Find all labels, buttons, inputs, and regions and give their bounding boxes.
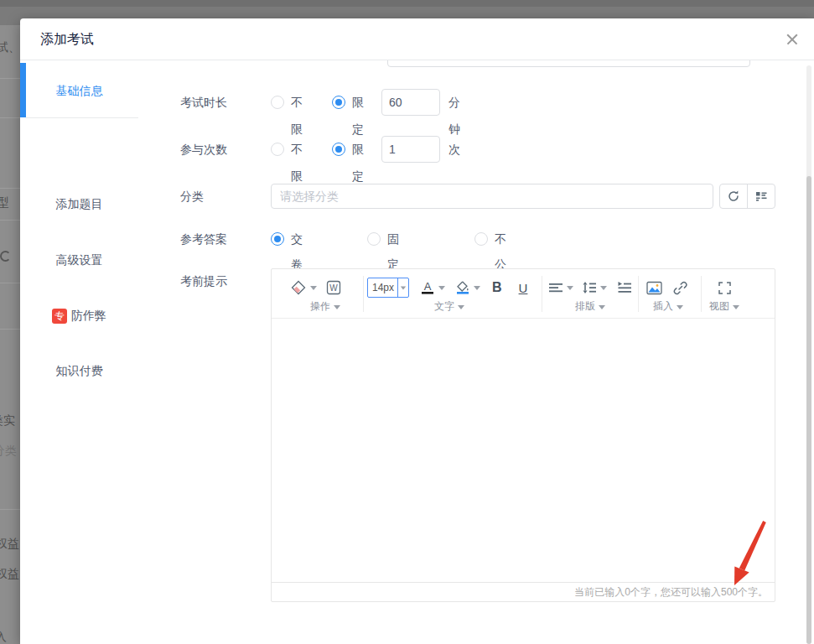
backdrop-text-fragment: 权益 [0, 537, 19, 552]
group-label: 文字 [434, 300, 454, 312]
attempts-value-input[interactable] [381, 136, 440, 163]
caret-down-icon [438, 286, 445, 290]
link-icon[interactable] [673, 281, 687, 295]
sidebar-item-label: 防作弊 [71, 309, 106, 324]
category-list-icon[interactable] [747, 184, 775, 208]
category-select-input[interactable] [271, 184, 713, 209]
toolbar-group-operations: W 操作 [290, 269, 360, 319]
dialog-header: 添加考试 [20, 18, 814, 60]
sidebar-item-label: 基础信息 [56, 84, 103, 99]
sidebar-item-basic-info[interactable]: 基础信息 [20, 65, 138, 117]
font-size-value: 14px [368, 282, 397, 293]
dialog-scrollbar-thumb[interactable] [806, 176, 811, 644]
backdrop-top-band [0, 0, 814, 7]
toolbar-divider [363, 276, 364, 312]
backdrop-text-fragment: 权益 [0, 567, 19, 582]
group-label: 排版 [575, 300, 595, 312]
toolbar-divider [701, 276, 702, 312]
sidebar-item-anti-cheating[interactable]: 专 防作弊 [20, 288, 138, 344]
indent-icon[interactable] [617, 281, 632, 294]
caret-down-icon [600, 286, 607, 290]
close-icon[interactable] [784, 31, 801, 48]
toolbar-group-layout: 排版 [548, 269, 632, 319]
operations-dropdown[interactable]: 操作 [290, 299, 360, 314]
text-dropdown[interactable]: 文字 [367, 299, 531, 314]
word-count-status: 当前已输入0个字，您还可以输入500个字。 [272, 582, 775, 601]
layout-dropdown[interactable]: 排版 [548, 299, 632, 314]
form-content: 考试时长 不限 限定 分钟 参与次数 不限 限定 次 分类 [138, 60, 814, 644]
answer-fixed-time-radio[interactable] [367, 232, 381, 246]
steps-sidebar: 基础信息 添加题目 高级设置 专 防作弊 知识付费 [20, 60, 138, 644]
caret-down-icon [733, 305, 739, 309]
toolbar-group-insert: 插入 [646, 269, 690, 319]
caret-down-icon [474, 286, 480, 290]
font-color-icon[interactable]: A [420, 279, 445, 296]
fullscreen-icon[interactable] [718, 281, 732, 295]
font-size-select[interactable]: 14px [367, 278, 409, 298]
backdrop-line [0, 117, 20, 118]
notice-rich-editor: W 操作 14px [271, 268, 775, 602]
bold-icon[interactable]: B [492, 280, 502, 295]
toolbar-divider [638, 276, 639, 312]
notice-label: 考前提示 [180, 268, 271, 293]
underline-icon[interactable]: U [519, 281, 528, 295]
attempts-limited-radio[interactable] [332, 143, 345, 156]
scrolled-input-remnant[interactable] [387, 60, 750, 67]
font-size-caret[interactable] [397, 278, 408, 297]
group-label: 插入 [653, 300, 673, 312]
duration-value-input[interactable] [381, 89, 440, 116]
word-doc-icon[interactable]: W [325, 279, 342, 296]
caret-down-icon [677, 305, 683, 309]
svg-text:W: W [329, 283, 338, 293]
duration-limited-radio[interactable] [332, 96, 345, 109]
duration-unlimited-radio[interactable] [271, 96, 284, 109]
caret-down-icon [310, 286, 317, 290]
backdrop-line [0, 78, 20, 79]
align-icon[interactable] [548, 281, 573, 294]
attempts-label: 参与次数 [180, 136, 271, 163]
backdrop-line [0, 188, 20, 189]
answer-not-public-radio[interactable] [474, 232, 488, 246]
sidebar-item-add-questions[interactable]: 添加题目 [20, 177, 138, 232]
answer-label: 参考答案 [180, 226, 271, 252]
premium-badge: 专 [52, 309, 67, 324]
bg-fill-icon[interactable] [455, 279, 480, 296]
exam-duration-label: 考试时长 [180, 89, 271, 116]
dialog-scrollbar-track[interactable] [806, 65, 811, 644]
editor-content[interactable] [272, 319, 775, 582]
refresh-icon[interactable] [720, 184, 747, 208]
answer-after-submit-radio[interactable] [271, 232, 284, 246]
sidebar-item-label: 高级设置 [56, 253, 103, 268]
active-tab-underline [26, 117, 138, 118]
backdrop-line [0, 283, 20, 283]
attempts-unit-label: 次 [448, 136, 460, 163]
category-buttons-group [719, 184, 775, 209]
eraser-icon[interactable] [290, 279, 317, 296]
image-icon[interactable] [646, 281, 662, 295]
backdrop-text-fragment: 入 [0, 630, 7, 644]
line-height-icon[interactable] [582, 281, 607, 294]
attempts-unlimited-radio[interactable] [271, 143, 284, 156]
sidebar-item-paid-knowledge[interactable]: 知识付费 [20, 344, 138, 399]
category-label: 分类 [180, 184, 271, 209]
attempts-limited-label[interactable]: 限定 [352, 136, 364, 190]
attempts-unlimited-label[interactable]: 不限 [291, 136, 303, 190]
toolbar-group-text: 14px A [367, 269, 531, 319]
caret-down-icon [599, 305, 605, 309]
sidebar-item-advanced-settings[interactable]: 高级设置 [20, 233, 138, 288]
group-label: 操作 [310, 300, 330, 312]
add-exam-dialog: 添加考试 基础信息 添加题目 高级设置 专 防作弊 知识付费 [20, 18, 814, 644]
backdrop-line [0, 509, 20, 510]
group-label: 视图 [709, 300, 729, 312]
backdrop-text-fragment: 分类 [0, 444, 17, 459]
dialog-title: 添加考试 [40, 18, 94, 60]
sidebar-item-label: 知识付费 [56, 364, 103, 379]
duration-limited-label[interactable]: 限定 [352, 89, 364, 143]
font-color-letter: A [424, 280, 432, 293]
duration-unlimited-label[interactable]: 不限 [291, 89, 303, 143]
caret-down-icon [334, 305, 340, 309]
insert-dropdown[interactable]: 插入 [646, 299, 690, 314]
toolbar-divider [542, 276, 542, 312]
caret-down-icon [401, 286, 406, 289]
view-dropdown[interactable]: 视图 [709, 299, 739, 314]
